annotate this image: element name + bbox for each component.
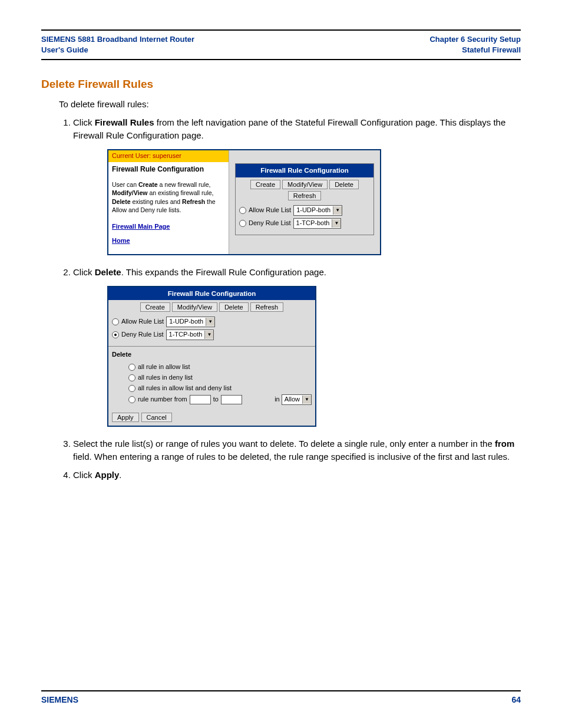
firewall-main-page-link[interactable]: Firewall Main Page — [108, 220, 229, 234]
delete-opt-allow-label: all rule in allow list — [138, 363, 190, 372]
range-list-select[interactable]: Allow▼ — [282, 394, 312, 405]
delete-opt-range-in: in — [275, 395, 280, 404]
screenshot-panel-1: Current User: superuser Firewall Rule Co… — [107, 149, 381, 255]
deny-rule-select[interactable]: 1-TCP-both▼ — [293, 218, 342, 229]
step-1: Click Firewall Rules from the left navig… — [73, 116, 521, 255]
chevron-down-icon: ▼ — [302, 396, 311, 404]
deny-rule-radio[interactable] — [112, 331, 119, 338]
step-4: Click Apply. — [73, 469, 521, 482]
delete-section-title: Delete — [112, 350, 312, 360]
left-panel-description: User can Create a new firewall rule, Mod… — [108, 180, 229, 220]
step-3: Select the rule list(s) or range of rule… — [73, 437, 521, 463]
deny-rule-radio[interactable] — [239, 220, 246, 227]
delete-opt-range-pre: rule number from — [138, 395, 187, 404]
page-header: SIEMENS 5881 Broadband Internet Router U… — [41, 29, 521, 60]
chevron-down-icon: ▼ — [333, 206, 342, 215]
screenshot-panel-2: Firewall Rule Configuration Create Modif… — [107, 286, 316, 427]
range-to-input[interactable] — [221, 395, 242, 404]
delete-opt-range-to: to — [213, 395, 219, 404]
delete-opt-range-radio[interactable] — [128, 396, 135, 403]
modify-view-button[interactable]: Modify/View — [172, 302, 217, 312]
delete-opt-allow-radio[interactable] — [128, 364, 135, 371]
allow-rule-select[interactable]: 1-UDP-both▼ — [293, 205, 342, 216]
header-subtitle: User's Guide — [41, 45, 194, 55]
modify-view-button[interactable]: Modify/View — [282, 180, 328, 189]
deny-rule-select[interactable]: 1-TCP-both▼ — [166, 330, 214, 340]
config-header: Firewall Rule Configuration — [236, 164, 373, 177]
delete-button[interactable]: Delete — [329, 180, 359, 189]
chevron-down-icon: ▼ — [332, 219, 340, 228]
create-button[interactable]: Create — [250, 180, 280, 189]
apply-button[interactable]: Apply — [112, 413, 139, 422]
left-panel-title: Firewall Rule Configuration — [108, 162, 229, 180]
section-title: Delete Firewall Rules — [41, 78, 521, 91]
range-from-input[interactable] — [190, 395, 211, 404]
footer-brand: SIEMENS — [41, 695, 78, 704]
delete-opt-deny-label: all rules in deny list — [138, 373, 193, 383]
refresh-button[interactable]: Refresh — [288, 191, 322, 200]
delete-opt-both-label: all rules in allow list and deny list — [138, 384, 232, 393]
refresh-button[interactable]: Refresh — [250, 302, 284, 312]
intro-text: To delete firewall rules: — [59, 98, 521, 110]
create-button[interactable]: Create — [140, 302, 170, 312]
delete-opt-deny-radio[interactable] — [128, 374, 135, 381]
header-section: Stateful Firewall — [429, 45, 521, 55]
allow-rule-label: Allow Rule List — [249, 206, 291, 215]
allow-rule-radio[interactable] — [239, 207, 246, 214]
chevron-down-icon: ▼ — [204, 331, 213, 339]
delete-opt-both-radio[interactable] — [128, 385, 135, 392]
allow-rule-radio[interactable] — [112, 318, 119, 325]
page-footer: SIEMENS 64 — [41, 690, 521, 704]
home-link[interactable]: Home — [108, 234, 229, 248]
config-header-2: Firewall Rule Configuration — [108, 287, 315, 301]
allow-rule-label: Allow Rule List — [121, 317, 164, 327]
deny-rule-label: Deny Rule List — [121, 330, 164, 340]
deny-rule-label: Deny Rule List — [249, 219, 291, 228]
allow-rule-select[interactable]: 1-UDP-both▼ — [166, 317, 215, 327]
chevron-down-icon: ▼ — [206, 318, 214, 326]
footer-page-number: 64 — [511, 695, 521, 704]
header-product: SIEMENS 5881 Broadband Internet Router — [41, 34, 194, 45]
delete-button[interactable]: Delete — [219, 302, 249, 312]
step-2: Click Delete. This expands the Firewall … — [73, 266, 521, 427]
header-chapter: Chapter 6 Security Setup — [429, 34, 521, 45]
current-user-banner: Current User: superuser — [108, 150, 229, 162]
cancel-button[interactable]: Cancel — [141, 413, 172, 422]
